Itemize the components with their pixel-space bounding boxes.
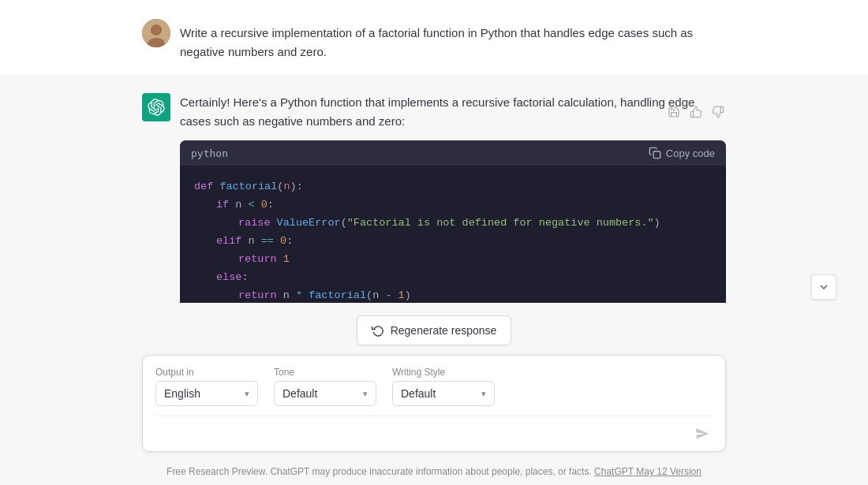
tone-select[interactable]: Default ▾ <box>274 381 376 406</box>
output-select-group: Output in English ▾ <box>155 367 258 406</box>
output-chevron-icon: ▾ <box>245 389 249 399</box>
code-line-6: else: <box>194 269 712 287</box>
svg-rect-3 <box>653 151 660 159</box>
ai-actions <box>666 104 726 120</box>
bottom-area: Regenerate response Output in English ▾ … <box>0 303 868 485</box>
ai-message: Certainly! Here's a Python function that… <box>0 74 868 303</box>
code-line-1: def factorial(n): <box>194 178 712 196</box>
ai-content: Certainly! Here's a Python function that… <box>180 93 726 303</box>
save-button[interactable] <box>666 104 682 120</box>
code-language: python <box>191 147 228 159</box>
send-button[interactable] <box>692 423 713 444</box>
user-avatar-image <box>142 19 170 47</box>
footer-text: Free Research Preview. ChatGPT may produ… <box>166 466 592 477</box>
ai-response-text: Certainly! Here's a Python function that… <box>180 93 726 131</box>
scroll-down-button[interactable] <box>811 274 836 300</box>
output-label: Output in <box>155 367 258 378</box>
thumbdown-button[interactable] <box>710 104 726 120</box>
avatar <box>142 19 170 47</box>
code-header: python Copy code <box>180 140 726 166</box>
thumbup-button[interactable] <box>688 104 704 120</box>
tone-value: Default <box>282 387 317 400</box>
ai-message-wrapper: Certainly! Here's a Python function that… <box>0 74 868 303</box>
code-line-3: raise ValueError("Factorial is not defin… <box>194 215 712 233</box>
style-select-group: Writing Style Default ▾ <box>392 367 495 406</box>
chat-input[interactable] <box>155 423 692 445</box>
output-select[interactable]: English ▾ <box>155 381 258 406</box>
style-chevron-icon: ▾ <box>481 389 486 399</box>
code-line-2: if n < 0: <box>194 196 712 215</box>
copy-code-button[interactable]: Copy code <box>649 147 715 159</box>
regenerate-button[interactable]: Regenerate response <box>357 315 512 345</box>
svg-point-1 <box>151 24 162 35</box>
user-message-text: Write a recursive implementation of a fa… <box>180 19 726 62</box>
copy-code-label: Copy code <box>666 147 715 159</box>
style-label: Writing Style <box>392 367 495 378</box>
output-value: English <box>164 387 200 400</box>
tone-select-group: Tone Default ▾ <box>274 367 376 406</box>
style-select[interactable]: Default ▾ <box>392 381 495 406</box>
code-block: python Copy code def factorial(n): <box>180 140 726 303</box>
style-value: Default <box>401 387 436 400</box>
regenerate-label: Regenerate response <box>391 324 497 337</box>
regenerate-row: Regenerate response <box>0 315 868 345</box>
chatgpt-icon <box>142 93 170 121</box>
input-card: Output in English ▾ Tone Default ▾ Writi… <box>142 355 726 452</box>
code-body: def factorial(n): if n < 0: raise ValueE… <box>180 166 726 303</box>
code-line-5: return 1 <box>194 251 712 269</box>
user-message: Write a recursive implementation of a fa… <box>142 0 726 74</box>
input-area: Output in English ▾ Tone Default ▾ Writi… <box>126 355 742 461</box>
code-line-7: return n * factorial(n - 1) <box>194 287 712 303</box>
footer: Free Research Preview. ChatGPT may produ… <box>0 461 868 485</box>
tone-label: Tone <box>274 367 376 378</box>
selects-row: Output in English ▾ Tone Default ▾ Writi… <box>155 367 713 406</box>
code-line-4: elif n == 0: <box>194 233 712 251</box>
tone-chevron-icon: ▾ <box>363 389 368 399</box>
footer-link[interactable]: ChatGPT May 12 Version <box>594 466 702 477</box>
text-input-row <box>155 416 713 445</box>
